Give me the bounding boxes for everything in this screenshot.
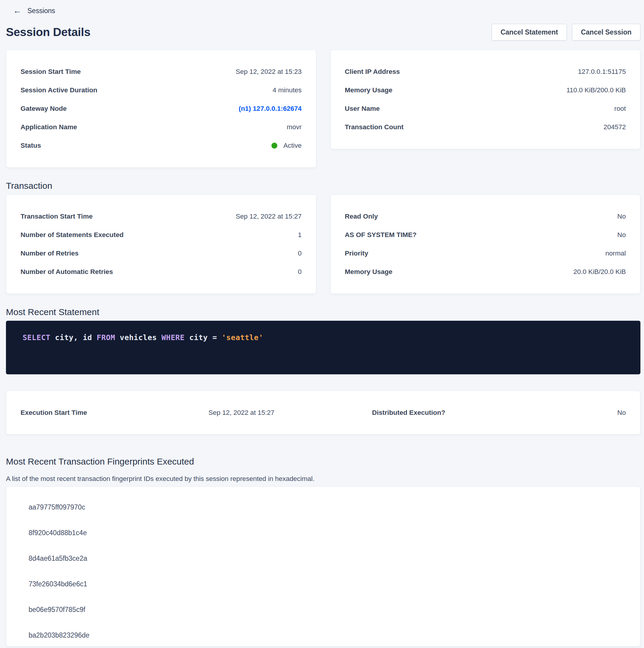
execution-item: Execution Start TimeSep 12, 2022 at 15:2… bbox=[20, 409, 274, 417]
fingerprint-row: be06e9570f785c9f bbox=[6, 597, 640, 623]
session-summary-grid: Session Start TimeSep 12, 2022 at 15:23S… bbox=[6, 50, 640, 168]
row-label: Number of Statements Executed bbox=[20, 231, 123, 239]
transaction-card-left: Transaction Start TimeSep 12, 2022 at 15… bbox=[6, 195, 316, 294]
transaction-card-right: Read OnlyNoAS OF SYSTEM TIME?NoPriorityn… bbox=[330, 195, 641, 294]
execution-item: Distributed Execution?No bbox=[372, 409, 626, 417]
row-value: 0 bbox=[298, 250, 302, 257]
row-label: Number of Retries bbox=[20, 250, 78, 257]
row-label: Memory Usage bbox=[345, 268, 393, 276]
row-value: normal bbox=[605, 250, 626, 257]
row-value: movr bbox=[287, 123, 302, 131]
row-label: Priority bbox=[345, 250, 368, 257]
fingerprints-description: A list of the most recent transaction fi… bbox=[6, 475, 640, 483]
row-label: Read Only bbox=[345, 213, 378, 220]
row-label: Memory Usage bbox=[345, 86, 393, 94]
row-value: No bbox=[617, 409, 626, 417]
summary-row: Number of Statements Executed1 bbox=[20, 226, 302, 244]
sql-statement-box: SELECT city, id FROM vehicles WHERE city… bbox=[6, 321, 640, 374]
summary-row: Prioritynormal bbox=[345, 244, 626, 263]
summary-row: Client IP Address127.0.0.1:51175 bbox=[345, 62, 626, 81]
row-value: 110.0 KiB/200.0 KiB bbox=[566, 86, 626, 94]
summary-row: User Nameroot bbox=[345, 100, 626, 118]
fingerprint-row: aa79775ff097970c bbox=[6, 494, 640, 520]
summary-row: Memory Usage20.0 KiB/20.0 KiB bbox=[345, 263, 626, 281]
fingerprint-row: 73fe26034bd6e6c1 bbox=[6, 571, 640, 597]
sql-token-string: 'seattle' bbox=[222, 333, 264, 342]
row-value: root bbox=[614, 105, 626, 113]
summary-row: Application Namemovr bbox=[20, 118, 302, 137]
summary-row: Number of Retries0 bbox=[20, 244, 302, 263]
status-text: Active bbox=[283, 142, 301, 150]
summary-row: Session Start TimeSep 12, 2022 at 15:23 bbox=[20, 62, 302, 81]
row-label: Client IP Address bbox=[345, 68, 400, 76]
gateway-node-link[interactable]: (n1) 127.0.0.1:62674 bbox=[239, 105, 301, 113]
row-value: 20.0 KiB/20.0 KiB bbox=[574, 268, 626, 276]
row-label: Status bbox=[20, 142, 41, 150]
fingerprint-row: ba2b203b823296de bbox=[6, 623, 640, 647]
status-active-dot bbox=[272, 143, 277, 149]
fingerprint-id: 73fe26034bd6e6c1 bbox=[28, 580, 87, 588]
session-summary-card-right: Client IP Address127.0.0.1:51175Memory U… bbox=[330, 50, 641, 149]
fingerprint-id: aa79775ff097970c bbox=[28, 503, 85, 511]
summary-row: Transaction Count204572 bbox=[345, 118, 626, 137]
row-value: No bbox=[617, 231, 626, 239]
row-label: Execution Start Time bbox=[20, 409, 87, 417]
row-label: AS OF SYSTEM TIME? bbox=[345, 231, 417, 239]
summary-row: StatusActive bbox=[20, 137, 302, 155]
sql-token-plain: vehicles bbox=[115, 333, 162, 342]
row-label: Transaction Count bbox=[345, 123, 404, 131]
summary-row: Gateway Node(n1) 127.0.0.1:62674 bbox=[20, 100, 302, 118]
page-header: Session Details Cancel Statement Cancel … bbox=[6, 24, 640, 41]
row-value: 0 bbox=[298, 268, 302, 276]
transaction-grid: Transaction Start TimeSep 12, 2022 at 15… bbox=[6, 195, 640, 294]
cancel-session-button[interactable]: Cancel Session bbox=[572, 24, 640, 41]
row-value: 4 minutes bbox=[273, 86, 302, 94]
sql-token-keyword: WHERE bbox=[162, 333, 185, 342]
row-value: 127.0.0.1:51175 bbox=[578, 68, 626, 76]
sql-token-plain: city, id bbox=[50, 333, 97, 342]
row-value: 204572 bbox=[603, 123, 626, 131]
sql-token-keyword: SELECT bbox=[22, 333, 50, 342]
row-label: Gateway Node bbox=[20, 105, 67, 113]
summary-row: Number of Automatic Retries0 bbox=[20, 263, 302, 281]
sql-token-keyword: FROM bbox=[97, 333, 115, 342]
summary-row: AS OF SYSTEM TIME?No bbox=[345, 226, 626, 244]
fingerprints-heading: Most Recent Transaction Fingerprints Exe… bbox=[6, 456, 640, 467]
fingerprints-card: aa79775ff097970c8f920c40d88b1c4e8d4ae61a… bbox=[6, 486, 640, 647]
fingerprint-id: 8f920c40d88b1c4e bbox=[28, 529, 87, 537]
cancel-statement-button[interactable]: Cancel Statement bbox=[491, 24, 567, 41]
row-value: Active bbox=[272, 142, 301, 150]
row-label: Session Active Duration bbox=[20, 86, 97, 94]
row-label: Application Name bbox=[20, 123, 77, 131]
fingerprint-id: ba2b203b823296de bbox=[28, 631, 90, 639]
summary-row: Memory Usage110.0 KiB/200.0 KiB bbox=[345, 81, 626, 100]
row-value: Sep 12, 2022 at 15:27 bbox=[236, 213, 301, 220]
summary-row: Session Active Duration4 minutes bbox=[20, 81, 302, 100]
row-label: Distributed Execution? bbox=[372, 409, 445, 417]
summary-row: Read OnlyNo bbox=[345, 207, 626, 226]
back-arrow-icon: ← bbox=[13, 7, 21, 15]
row-label: User Name bbox=[345, 105, 380, 113]
row-value: Sep 12, 2022 at 15:23 bbox=[236, 68, 301, 76]
row-value: Sep 12, 2022 at 15:27 bbox=[209, 409, 274, 417]
breadcrumb[interactable]: ← Sessions bbox=[13, 7, 55, 15]
fingerprint-id: 8d4ae61a5fb3ce2a bbox=[28, 554, 87, 562]
statement-heading: Most Recent Statement bbox=[6, 307, 640, 317]
row-label: Transaction Start Time bbox=[20, 213, 93, 220]
row-label: Number of Automatic Retries bbox=[20, 268, 113, 276]
row-value: No bbox=[617, 213, 626, 220]
summary-row: Transaction Start TimeSep 12, 2022 at 15… bbox=[20, 207, 302, 226]
page-title: Session Details bbox=[6, 25, 91, 39]
header-actions: Cancel Statement Cancel Session bbox=[491, 24, 640, 41]
fingerprint-row: 8f920c40d88b1c4e bbox=[6, 520, 640, 546]
fingerprint-id: be06e9570f785c9f bbox=[28, 606, 85, 614]
row-value: 1 bbox=[298, 231, 302, 239]
fingerprint-row: 8d4ae61a5fb3ce2a bbox=[6, 546, 640, 571]
session-summary-card-left: Session Start TimeSep 12, 2022 at 15:23S… bbox=[6, 50, 316, 168]
execution-card: Execution Start TimeSep 12, 2022 at 15:2… bbox=[6, 391, 640, 434]
sql-token-plain: city = bbox=[184, 333, 221, 342]
row-label: Session Start Time bbox=[20, 68, 81, 76]
breadcrumb-label: Sessions bbox=[27, 7, 55, 15]
transaction-heading: Transaction bbox=[6, 181, 640, 191]
session-details-page: ← Sessions Session Details Cancel Statem… bbox=[0, 0, 644, 647]
